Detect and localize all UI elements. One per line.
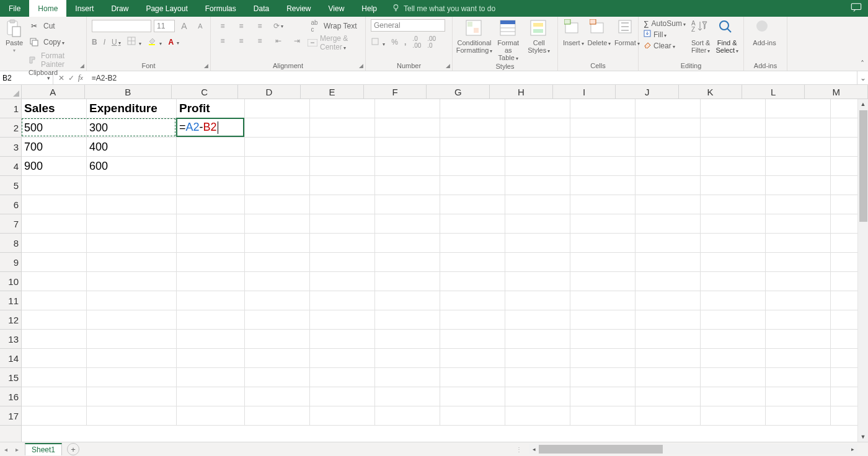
cell[interactable]: [440, 387, 505, 406]
tab-view[interactable]: View: [320, 0, 353, 17]
cell[interactable]: [87, 330, 177, 349]
cell[interactable]: [310, 99, 375, 118]
paste-button[interactable]: Paste ▾: [5, 19, 24, 53]
dialog-launcher-icon[interactable]: ◢: [80, 63, 84, 69]
cell[interactable]: 500: [22, 118, 87, 138]
cell[interactable]: [310, 291, 375, 310]
cell[interactable]: [505, 349, 570, 368]
cell[interactable]: [766, 349, 831, 368]
tab-draw[interactable]: Draw: [102, 0, 137, 17]
scroll-thumb[interactable]: [539, 445, 663, 454]
insert-cells-button[interactable]: Insert: [563, 19, 584, 48]
cell[interactable]: [177, 349, 245, 368]
cell[interactable]: [310, 310, 375, 330]
cell[interactable]: [766, 330, 831, 349]
conditional-formatting-button[interactable]: Conditional Formatting: [458, 19, 491, 55]
cell[interactable]: [505, 157, 570, 176]
cell[interactable]: [177, 253, 245, 272]
cell[interactable]: [505, 234, 570, 253]
column-header[interactable]: F: [364, 85, 427, 99]
cell[interactable]: [505, 176, 570, 195]
select-all-button[interactable]: [0, 85, 22, 99]
cell[interactable]: [22, 349, 87, 368]
cell[interactable]: [87, 234, 177, 253]
cell[interactable]: [245, 118, 310, 138]
cell[interactable]: [766, 253, 831, 272]
cell[interactable]: [766, 157, 831, 176]
cell[interactable]: [22, 253, 87, 272]
tab-file[interactable]: File: [0, 0, 29, 17]
cell[interactable]: [701, 291, 766, 310]
cell[interactable]: [177, 330, 245, 349]
cell[interactable]: [245, 195, 310, 214]
row-header[interactable]: 12: [0, 310, 21, 330]
cell[interactable]: [22, 291, 87, 310]
cell[interactable]: [766, 195, 831, 214]
cell[interactable]: [570, 99, 636, 118]
column-header[interactable]: C: [172, 85, 237, 99]
cell[interactable]: [310, 330, 375, 349]
cell[interactable]: [177, 387, 245, 406]
cell[interactable]: [310, 387, 375, 406]
align-bottom-icon[interactable]: ≡: [253, 19, 267, 33]
column-header[interactable]: M: [805, 85, 868, 99]
font-size-select[interactable]: 11: [154, 20, 175, 32]
scroll-right-icon[interactable]: ▸: [848, 446, 857, 452]
row-header[interactable]: 8: [0, 234, 21, 253]
cell[interactable]: [701, 406, 766, 426]
align-middle-icon[interactable]: ≡: [234, 19, 248, 33]
cell[interactable]: [570, 272, 636, 291]
column-header[interactable]: L: [742, 85, 805, 99]
scroll-left-icon[interactable]: ◂: [529, 446, 539, 452]
cell-styles-button[interactable]: Cell Styles: [526, 19, 553, 55]
cell[interactable]: [440, 157, 505, 176]
cell[interactable]: [505, 406, 570, 426]
decrease-indent-icon[interactable]: ⇤: [272, 34, 285, 48]
cell[interactable]: [701, 272, 766, 291]
cell[interactable]: [177, 195, 245, 214]
cell[interactable]: [570, 253, 636, 272]
column-header[interactable]: A: [22, 85, 85, 99]
cell[interactable]: [505, 291, 570, 310]
cell[interactable]: [505, 253, 570, 272]
cell[interactable]: [440, 195, 505, 214]
cell[interactable]: [177, 214, 245, 234]
cell[interactable]: [310, 253, 375, 272]
cell[interactable]: [375, 406, 440, 426]
increase-indent-icon[interactable]: ⇥: [290, 34, 304, 48]
row-header[interactable]: 14: [0, 349, 21, 368]
cell[interactable]: [701, 214, 766, 234]
cell[interactable]: [701, 99, 766, 118]
cell[interactable]: [570, 368, 636, 387]
cell[interactable]: [766, 406, 831, 426]
tab-page-layout[interactable]: Page Layout: [137, 0, 196, 17]
cell[interactable]: [87, 406, 177, 426]
cell[interactable]: 400: [87, 138, 177, 157]
cell[interactable]: [22, 310, 87, 330]
decrease-decimal-icon[interactable]: .00.0: [427, 35, 436, 49]
format-cells-button[interactable]: Format: [614, 19, 639, 48]
sort-filter-button[interactable]: AZ Sort & Filter: [689, 19, 712, 55]
cell[interactable]: [375, 349, 440, 368]
cell[interactable]: [570, 195, 636, 214]
align-left-icon[interactable]: ≡: [216, 34, 229, 48]
cell[interactable]: [701, 253, 766, 272]
cell[interactable]: [701, 310, 766, 330]
cell[interactable]: [245, 234, 310, 253]
column-header[interactable]: G: [427, 85, 490, 99]
cell[interactable]: [440, 176, 505, 195]
cell[interactable]: [766, 99, 831, 118]
merge-center-button[interactable]: Merge & Center: [308, 34, 360, 51]
sheet-tab[interactable]: Sheet1: [25, 443, 62, 455]
add-sheet-button[interactable]: +: [67, 443, 79, 455]
cell[interactable]: [87, 349, 177, 368]
cell[interactable]: [701, 138, 766, 157]
cell[interactable]: [245, 310, 310, 330]
scroll-up-icon[interactable]: ▲: [858, 99, 868, 109]
cell[interactable]: Sales: [22, 99, 87, 118]
dialog-launcher-icon[interactable]: ◢: [204, 63, 208, 69]
dialog-launcher-icon[interactable]: ◢: [359, 63, 363, 69]
fill-button[interactable]: Fill: [644, 30, 686, 39]
bold-button[interactable]: B: [92, 38, 97, 46]
cell[interactable]: [22, 368, 87, 387]
